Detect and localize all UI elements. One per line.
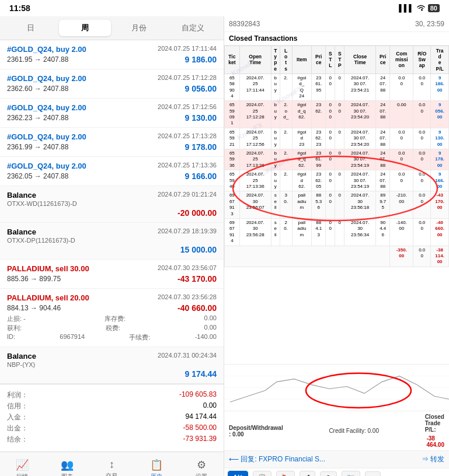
transaction-date: 2024.07.31 00:24:34 [158,352,217,359]
transactions-table-container: KnowFX ©KnowFX KnowFX ©KnowFX Ticket Ope… [224,46,449,364]
storage-label: 库存费: [105,314,126,323]
transaction-date: 2024.07.25 17:13:28 [158,132,217,139]
list-item[interactable]: #GOLD_Q24, buy 2.00 2024.07.25 17:12:28 … [0,69,224,99]
list-item[interactable]: Balance OTXX-WD(11261673)-D 2024.07.29 0… [0,186,224,223]
deposit-row: Deposit/Withdrawal: 0.00 Credit Facility… [224,411,449,450]
account-id: 88392843 [229,20,260,28]
list-item[interactable]: #GOLD_Q24, buy 2.00 2024.07.25 17:13:28 … [0,128,224,157]
closed-trade-label: ClosedTradeP/L: [425,414,444,433]
transaction-pnl: 9 186.00 [185,55,217,64]
nav-market-label: 行情 [16,473,28,477]
more-icon: ··· [370,474,375,477]
closed-trade-value: -38464.00 [426,435,444,448]
left-panel: 日 周 月份 自定义 #GOLD_Q24, buy 2.00 2024.07.2… [0,16,224,476]
list-item[interactable]: Balance NBP-(YX) 2024.07.31 00:24:34 9 1… [0,347,224,384]
continuous-value: -140.00 [195,333,217,342]
transaction-title: #GOLD_Q24, buy 2.00 [7,132,86,141]
tab-monthly[interactable]: 月份 [113,20,165,36]
list-item[interactable]: #GOLD_Q24, buy 2.00 2024.07.25 17:11:44 … [0,40,224,69]
bottom-summary: 利润： -109 605.83 信用： 0.00 入金： 94 174.44 出… [0,384,224,452]
reply-row: ⟵ 回复: FXPRO Financial S... ⇒ 转发 [224,450,449,468]
transaction-title: #GOLD_Q24, buy 2.00 [7,45,86,54]
tab-weekly[interactable]: 周 [59,20,111,36]
transaction-date: 2024.07.29 18:19:39 [158,228,217,235]
deposit-label: 入金： [7,412,28,422]
transaction-title: #GOLD_Q24, buy 2.00 [7,74,86,83]
stop-loss-label: 止损: - [7,314,26,323]
reply-button[interactable]: ↺ [300,471,315,476]
col-pnl: TradeP/L [431,46,449,74]
col-type: Type [271,46,280,74]
tax-label: 税费: [106,324,120,332]
transaction-pnl: 9 056.00 [185,84,217,93]
transactions-table: Ticket OpenTime Type Lots Item Price STL… [224,46,449,267]
main-content: 日 周 月份 自定义 #GOLD_Q24, buy 2.00 2024.07.2… [0,16,449,476]
list-item[interactable]: PALLADIUM, sell 20.00 2024.07.30 23:56:2… [0,289,224,347]
list-item[interactable]: Balance OTXX-DP(11261673)-D 2024.07.29 1… [0,223,224,260]
trade-icon: ↕ [109,459,114,471]
profit-label: 获利: [7,324,22,332]
chart-icon: 👥 [61,459,74,471]
col-stl: STL [326,46,335,74]
transaction-title: #GOLD_Q24, buy 2.00 [7,162,86,170]
transaction-date: 2024.07.30 23:56:28 [158,293,217,300]
table-row-summary: -350.00 0.00 -38114.00 [225,246,449,267]
bottom-nav: 📈 行情 👥 图表 ↕ 交易 📋 历史 ⚙ 设置 [0,452,224,476]
withdraw-label: 出金： [7,424,28,433]
credit-facility-label: Credit Facility: 0.00 [329,428,379,434]
forward-link[interactable]: ⇒ 转发 [422,454,444,464]
table-row: 6967914 2024.07.3023:56:28 sell 20. pall… [225,218,449,246]
tax-value: 0.00 [204,324,217,332]
col-item: Item [292,46,312,74]
profit-value: -109 605.83 [179,390,217,400]
reply-icon: ↺ [305,474,310,476]
more-button[interactable]: ··· [365,471,381,477]
storage-value: 0.00 [204,314,217,323]
screenshot-button[interactable]: 📷 [342,471,360,476]
tab-custom[interactable]: 自定义 [167,20,219,36]
col-ticket: Ticket [225,46,240,74]
transaction-date: 2024.07.25 17:12:28 [158,74,217,81]
reply-link[interactable]: ⟵ 回复: FXPRO Financial S... [229,454,325,464]
copy-icon: 📋 [258,474,266,476]
transaction-pnl: 9 166.00 [185,172,217,181]
profit-label: 利润： [7,390,28,400]
list-item[interactable]: #GOLD_Q24, buy 2.00 2024.07.25 17:12:56 … [0,99,224,128]
transaction-pnl: 15 000.00 [180,245,217,254]
transaction-date: 2024.07.25 17:12:56 [158,103,217,110]
ai-button[interactable]: AI⁺ [228,471,248,476]
transaction-prices: 2361.99 → 2407.88 [7,143,68,151]
transaction-prices: 2361.95 → 2407.88 [7,55,68,64]
nav-settings[interactable]: ⚙ 设置 [179,452,224,476]
nav-history[interactable]: 📋 历史 [134,452,179,476]
transaction-prices: 2362.23 → 2407.88 [7,114,68,122]
table-row: 6559091 2024.07.2517:12:28 buy 2.od_ #go… [225,101,449,128]
withdraw-value: -58 500.00 [183,424,217,433]
nav-trade[interactable]: ↕ 交易 [89,452,134,476]
transaction-pnl: 9 174.44 [185,369,217,379]
transaction-pnl: -43 170.00 [177,274,217,284]
header-date: 30, 23:59 [415,20,444,28]
id-label: ID: [7,333,15,342]
copy-button[interactable]: 📋 [253,471,272,476]
list-item[interactable]: #GOLD_Q24, buy 2.00 2024.07.25 17:13:36 … [0,157,224,186]
col-swap: R/OSwap [413,46,431,74]
flag-button[interactable]: 🔖 [276,471,295,476]
tab-daily[interactable]: 日 [5,20,57,36]
transaction-title: Balance [7,228,36,236]
transaction-pnl: 9 130.00 [185,113,217,123]
balance-subtitle: OTXX-DP(11261673)-D [7,237,75,244]
list-item[interactable]: PALLADIUM, sell 30.00 2024.07.30 23:56:0… [0,260,224,289]
signal-icon: ▌▌▌ [399,4,414,12]
col-stp: STP [335,46,344,74]
balance-subtitle: NBP-(YX) [7,361,36,368]
transaction-prices: 2362.05 → 2407.88 [7,172,68,180]
nav-chart[interactable]: 👥 图表 [45,452,90,476]
transaction-title: Balance [7,191,36,200]
col-close-time: CloseTime [344,46,376,74]
delete-button[interactable]: 🗑 [320,471,337,477]
credit-label: 信用： [7,401,28,411]
transaction-prices: 884.13 → 904.46 [7,304,61,312]
chart-area [224,364,449,411]
nav-market[interactable]: 📈 行情 [0,452,45,476]
